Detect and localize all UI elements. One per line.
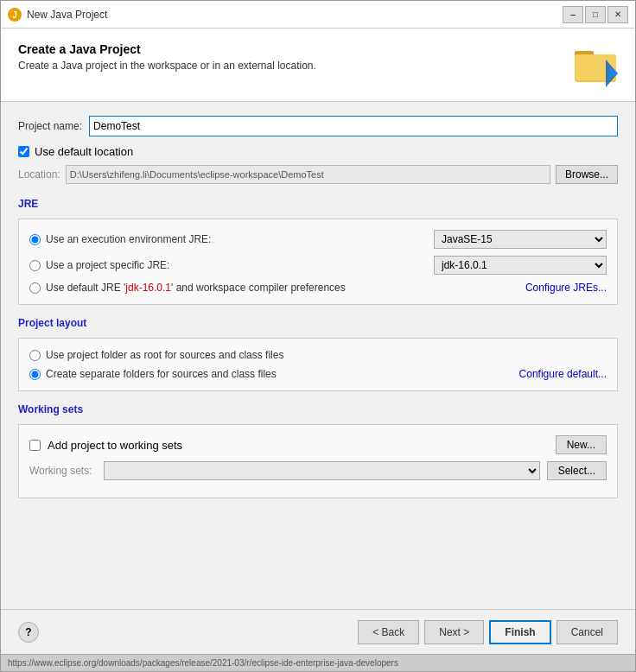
project-name-input[interactable] bbox=[89, 116, 618, 136]
new-working-set-button[interactable]: New... bbox=[556, 435, 607, 454]
status-text: https://www.eclipse.org/downloads/packag… bbox=[8, 658, 398, 668]
close-button[interactable]: ✕ bbox=[607, 6, 628, 23]
layout-option1-label[interactable]: Use project folder as root for sources a… bbox=[46, 349, 283, 361]
layout-option2-radio[interactable] bbox=[29, 369, 41, 380]
layout-option2-label[interactable]: Create separate folders for sources and … bbox=[46, 368, 277, 380]
browse-button[interactable]: Browse... bbox=[556, 165, 618, 184]
jre-option1-label[interactable]: Use an execution environment JRE: bbox=[46, 233, 211, 245]
next-button[interactable]: Next > bbox=[424, 620, 484, 644]
help-button[interactable]: ? bbox=[18, 622, 39, 643]
layout-option1-row: Use project folder as root for sources a… bbox=[29, 349, 607, 361]
location-input[interactable] bbox=[66, 165, 550, 184]
back-button[interactable]: < Back bbox=[358, 620, 419, 644]
footer-left: ? bbox=[18, 622, 39, 643]
maximize-button[interactable]: □ bbox=[585, 6, 606, 23]
jre-specific-select[interactable]: jdk-16.0.1 bbox=[434, 256, 607, 275]
location-row: Location: Browse... bbox=[18, 165, 618, 184]
working-sets-section-header: Working sets bbox=[18, 403, 618, 415]
header-icon bbox=[573, 42, 618, 87]
project-name-row: Project name: bbox=[18, 116, 618, 136]
jre-option2-label[interactable]: Use a project specific JRE: bbox=[46, 259, 169, 271]
working-sets-section-box: Add project to working sets New... Worki… bbox=[18, 424, 618, 498]
layout-option1-radio[interactable] bbox=[29, 350, 41, 361]
titlebar-title: New Java Project bbox=[27, 9, 563, 21]
add-working-sets-checkbox[interactable] bbox=[29, 440, 41, 451]
cancel-button[interactable]: Cancel bbox=[556, 620, 618, 644]
configure-jres-link[interactable]: Configure JREs... bbox=[525, 282, 607, 294]
jre-option2-row: Use a project specific JRE: jdk-16.0.1 bbox=[29, 256, 607, 275]
header-section: Create a Java Project Create a Java proj… bbox=[1, 29, 635, 102]
footer: ? < Back Next > Finish Cancel bbox=[1, 609, 635, 654]
location-label: Location: bbox=[18, 168, 60, 181]
working-sets-select[interactable] bbox=[104, 461, 539, 480]
footer-right: < Back Next > Finish Cancel bbox=[358, 620, 618, 644]
default-location-row: Use default location bbox=[18, 145, 618, 158]
titlebar-icon: J bbox=[8, 8, 22, 22]
jre-option3-label[interactable]: Use default JRE 'jdk-16.0.1' and workspa… bbox=[46, 282, 346, 294]
jre-option1-row: Use an execution environment JRE: JavaSE… bbox=[29, 230, 607, 249]
project-layout-section-header: Project layout bbox=[18, 317, 618, 329]
window: J New Java Project ‒ □ ✕ Create a Java P… bbox=[0, 0, 636, 672]
jre-option3-row: Use default JRE 'jdk-16.0.1' and workspa… bbox=[29, 282, 607, 294]
jre-option1-radio[interactable] bbox=[29, 234, 41, 245]
jre-option3-radio[interactable] bbox=[29, 282, 41, 294]
project-layout-section-box: Use project folder as root for sources a… bbox=[18, 338, 618, 391]
page-description: Create a Java project in the workspace o… bbox=[18, 60, 316, 72]
finish-button[interactable]: Finish bbox=[489, 620, 550, 644]
jre-option2-radio[interactable] bbox=[29, 260, 41, 271]
status-bar: https://www.eclipse.org/downloads/packag… bbox=[1, 654, 635, 671]
jre-environment-select[interactable]: JavaSE-15 JavaSE-14 JavaSE-11 JavaSE-8 bbox=[434, 230, 607, 249]
page-title: Create a Java Project bbox=[18, 42, 316, 56]
svg-text:J: J bbox=[12, 10, 17, 20]
titlebar-controls: ‒ □ ✕ bbox=[563, 6, 628, 23]
project-name-label: Project name: bbox=[18, 120, 82, 132]
configure-default-link[interactable]: Configure default... bbox=[519, 368, 607, 380]
working-sets-label: Working sets: bbox=[29, 465, 92, 477]
jre-section-box: Use an execution environment JRE: JavaSE… bbox=[18, 219, 618, 305]
use-default-location-label[interactable]: Use default location bbox=[35, 145, 133, 158]
layout-option2-row: Create separate folders for sources and … bbox=[29, 368, 607, 380]
jre-section-header: JRE bbox=[18, 198, 618, 210]
minimize-button[interactable]: ‒ bbox=[563, 6, 583, 23]
add-to-working-sets-row: Add project to working sets New... bbox=[29, 435, 607, 454]
titlebar: J New Java Project ‒ □ ✕ bbox=[1, 1, 635, 29]
add-working-sets-label[interactable]: Add project to working sets bbox=[48, 439, 182, 452]
header-text: Create a Java Project Create a Java proj… bbox=[18, 42, 316, 72]
working-sets-selector-row: Working sets: Select... bbox=[29, 461, 607, 480]
jre-default-name: jdk-16.0.1 bbox=[125, 282, 171, 294]
use-default-location-checkbox[interactable] bbox=[18, 146, 29, 157]
content: Project name: Use default location Locat… bbox=[1, 102, 635, 609]
select-working-set-button[interactable]: Select... bbox=[547, 461, 607, 480]
